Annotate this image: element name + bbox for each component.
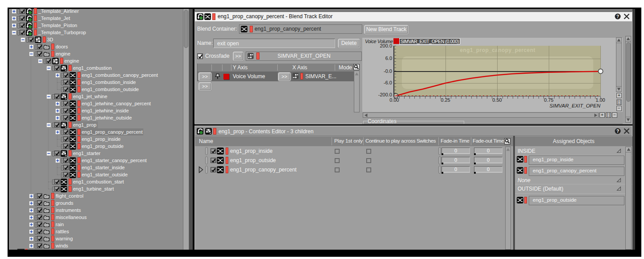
svg-text:?: ?	[616, 14, 619, 19]
svg-text:?: ?	[616, 129, 619, 134]
